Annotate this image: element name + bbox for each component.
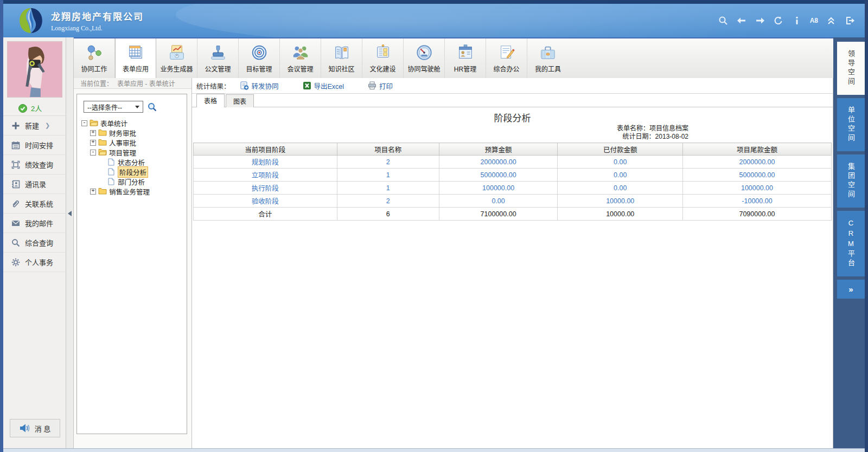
tree-node-project-mgmt[interactable]: - 项目管理 <box>90 147 187 157</box>
tree-search-icon[interactable] <box>148 102 157 112</box>
collapse-node-icon[interactable]: - <box>81 120 87 126</box>
message-button[interactable]: 消 息 <box>10 419 60 437</box>
tab-crm-platform[interactable]: CRM平台 <box>837 211 865 276</box>
sidebar-item-label: 时间安排 <box>25 140 53 150</box>
board-icon <box>373 44 393 62</box>
cell-balance[interactable]: -10000.00 <box>682 195 831 208</box>
cell-balance[interactable]: 2000000.00 <box>682 156 831 169</box>
tab-table[interactable]: 表格 <box>196 94 225 107</box>
toolbar-item-culture[interactable]: 文化建设 <box>362 38 404 78</box>
toolbar-item-hr[interactable]: HR管理 <box>445 38 486 78</box>
tree-node-label[interactable]: 销售业务管理 <box>109 186 150 197</box>
tab-unit-space[interactable]: 单位空间 <box>837 98 865 151</box>
cell-budget[interactable]: 2000000.00 <box>439 156 558 169</box>
toolbar-item-forms[interactable]: 表单应用 <box>115 38 156 78</box>
collapse-up-icon[interactable] <box>826 15 837 26</box>
sidebar-item-schedule[interactable]: 时间安排 <box>3 135 66 155</box>
breadcrumb: 当前位置： 表单应用 - 表单统计 <box>74 78 192 89</box>
sidebar-item-mail[interactable]: 我的邮件 <box>3 214 66 233</box>
cell-count[interactable]: 2 <box>337 195 439 208</box>
tree-node-status-analysis[interactable]: 状态分析 <box>99 157 187 167</box>
results-pane: 统计结果： 转发协同 导出Excel 打印 <box>192 78 833 448</box>
sidebar-item-performance[interactable]: 绩效查询 <box>3 155 66 175</box>
export-excel-button[interactable]: 导出Excel <box>303 81 344 91</box>
cell-count[interactable]: 2 <box>337 156 439 169</box>
sidebar-item-new[interactable]: 新建 ❯ <box>3 116 66 135</box>
sidebar-item-label: 个人事务 <box>25 257 53 267</box>
toolbar-item-label: HR管理 <box>454 64 476 73</box>
toolbar-item-meetings[interactable]: 会议管理 <box>280 38 321 78</box>
toolbar-item-business-builder[interactable]: 业务生成器 <box>156 38 197 78</box>
cell-paid[interactable]: 0.00 <box>558 169 682 182</box>
refresh-icon[interactable] <box>773 15 784 26</box>
performance-icon <box>11 160 20 169</box>
toolbar-item-goals[interactable]: 目标管理 <box>239 38 280 78</box>
sidebar-item-personal[interactable]: 个人事务 <box>3 253 66 272</box>
toolbar-item-documents[interactable]: 公文管理 <box>197 38 239 78</box>
report-title: 阶段分析 <box>192 111 833 125</box>
tree-node-hr-approval[interactable]: + 人事审批 <box>90 138 187 147</box>
tree-node-sales[interactable]: + 销售业务管理 <box>90 186 187 196</box>
tree-node-label[interactable]: 财务审批 <box>109 128 136 138</box>
cell-paid[interactable]: 0.00 <box>558 182 682 195</box>
sidebar-item-label: 通讯录 <box>25 179 46 189</box>
forward-icon[interactable] <box>755 15 765 26</box>
toolbar-item-tools[interactable]: 我的工具 <box>527 38 569 78</box>
cell-balance[interactable]: 5000000.00 <box>682 169 831 182</box>
cell-budget[interactable]: 100000.00 <box>439 182 558 195</box>
cell-count[interactable]: 1 <box>337 169 439 182</box>
info-icon[interactable] <box>792 15 802 26</box>
user-avatar[interactable] <box>7 41 62 98</box>
tree-node-label[interactable]: 人事审批 <box>109 138 136 148</box>
tree-node-label[interactable]: 表单统计 <box>100 118 127 128</box>
more-spaces-icon[interactable]: » <box>837 280 865 299</box>
cell-count[interactable]: 1 <box>337 182 439 195</box>
print-button[interactable]: 打印 <box>368 81 393 91</box>
cell-budget[interactable]: 5000000.00 <box>439 169 558 182</box>
expand-node-icon[interactable]: + <box>90 140 96 146</box>
tab-chart[interactable]: 图表 <box>226 94 254 107</box>
online-status[interactable]: 2人 <box>3 101 66 116</box>
form-name-label: 表单名称： <box>617 125 649 132</box>
table-header-row: 当前项目阶段 项目名称 预算金额 已付款金额 项目尾款金额 <box>194 143 832 156</box>
mail-icon <box>11 219 20 228</box>
toolbar-item-label: 目标管理 <box>246 64 272 73</box>
tab-leader-space[interactable]: 领导空间 <box>837 42 865 95</box>
a8-home-button[interactable]: A8 <box>810 17 818 24</box>
tree-node-dept-analysis[interactable]: 部门分析 <box>99 177 187 186</box>
logout-icon[interactable] <box>844 15 855 26</box>
search-icon[interactable] <box>718 15 729 26</box>
condition-select[interactable]: --选择条件-- <box>84 101 143 113</box>
tree-node-label[interactable]: 项目管理 <box>109 147 136 158</box>
tab-group-space[interactable]: 集团空间 <box>837 154 865 208</box>
form-app-icon <box>125 44 146 62</box>
document-icon <box>107 178 116 185</box>
business-builder-icon <box>167 44 187 62</box>
report-meta: 表单名称：项目信息档案 统计日期：2013-08-02 <box>192 125 833 141</box>
cell-paid[interactable]: 10000.00 <box>558 195 682 208</box>
toolbar-item-cockpit[interactable]: 协同驾驶舱 <box>404 38 445 78</box>
toolbar-item-knowledge[interactable]: 知识社区 <box>321 38 362 78</box>
back-icon[interactable] <box>736 15 747 26</box>
sidebar-item-query[interactable]: 综合查询 <box>3 233 66 253</box>
sidebar-item-linked-systems[interactable]: 关联系统 <box>3 194 66 214</box>
tree-node-root[interactable]: - 表单统计 <box>81 118 187 128</box>
sidebar-item-contacts[interactable]: 通讯录 <box>3 175 66 194</box>
expand-node-icon[interactable]: + <box>90 130 96 136</box>
forward-collab-button[interactable]: 转发协同 <box>240 81 279 91</box>
collapse-node-icon[interactable]: - <box>90 150 96 156</box>
cell-balance[interactable]: 100000.00 <box>682 182 831 195</box>
collapse-sidebar-icon[interactable] <box>68 211 72 216</box>
table-row: 规划阶段 2 2000000.00 0.00 2000000.00 <box>194 156 832 169</box>
toolbar-item-office[interactable]: 综合办公 <box>486 38 527 78</box>
tree-node-label[interactable]: 部门分析 <box>118 177 145 187</box>
cell-budget[interactable]: 0.00 <box>439 195 558 208</box>
cell-total-paid: 10000.00 <box>558 208 682 221</box>
toolbar-item-label: 协同驾驶舱 <box>407 64 440 73</box>
tree-node-stage-analysis[interactable]: 阶段分析 <box>99 167 187 177</box>
tree-node-label-selected[interactable]: 阶段分析 <box>118 166 148 178</box>
tree-node-finance[interactable]: + 财务审批 <box>90 128 187 138</box>
toolbar-item-collaboration[interactable]: 协同工作 <box>74 38 115 78</box>
expand-node-icon[interactable]: + <box>90 189 96 195</box>
cell-paid[interactable]: 0.00 <box>558 156 682 169</box>
